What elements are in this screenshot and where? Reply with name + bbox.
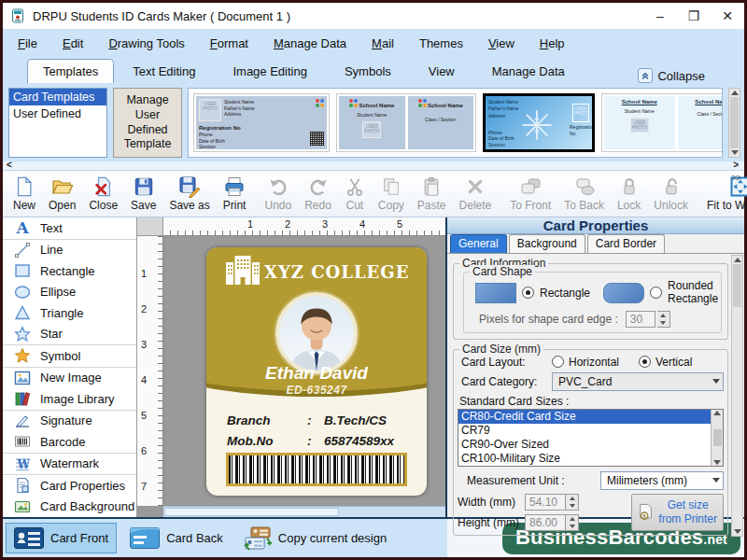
size-option-cr100[interactable]: CR100-Military Size (458, 452, 711, 466)
rounded-rectangle-radio[interactable] (650, 287, 662, 299)
template-thumb-4[interactable]: School Name Student Name USER PHOTO Scho… (601, 93, 723, 152)
tool-card-properties[interactable]: Card Properties (3, 474, 136, 497)
width-spinner[interactable] (566, 494, 579, 511)
tab-background[interactable]: Background (509, 234, 585, 253)
copy-button[interactable]: Copy (372, 174, 411, 214)
sizes-list-scrollbar[interactable] (711, 410, 723, 466)
size-option-cr79[interactable]: CR79 (458, 424, 711, 438)
tool-line[interactable]: Line (3, 239, 136, 261)
canvas-horizontal-scrollbar[interactable] (163, 506, 445, 517)
cut-button[interactable]: Cut (338, 174, 372, 214)
panel-scroll-thumb[interactable] (733, 264, 741, 307)
collapse-button[interactable]: Collapse (638, 68, 705, 83)
copy-current-design-button[interactable]: Copy current design (236, 523, 394, 554)
id-card-design[interactable]: XYZ COLLEGE Ethan David ED- (206, 247, 427, 496)
gallery-vertical-scrollbar[interactable] (728, 88, 740, 158)
open-button[interactable]: Open (42, 174, 82, 214)
undo-button[interactable]: Undo (258, 174, 298, 214)
close-button[interactable]: ✕ (711, 3, 744, 29)
menu-view[interactable]: View (488, 36, 514, 50)
tab-card-border[interactable]: Card Border (587, 234, 665, 253)
new-button[interactable]: New (7, 174, 42, 214)
maximize-button[interactable]: ❐ (677, 3, 711, 29)
scroll-down-icon[interactable] (731, 150, 739, 155)
toolbar-overflow-icon[interactable]: >> (731, 173, 740, 183)
manage-user-defined-template-button[interactable]: Manage User Defined Template (113, 88, 182, 158)
card-branch-row[interactable]: Branch : B.Tech/CS (227, 413, 417, 427)
gallery-scroll-thumb[interactable] (730, 97, 739, 148)
tab-view[interactable]: View (410, 60, 473, 83)
scroll-up-icon[interactable] (713, 411, 721, 415)
rectangle-radio[interactable] (522, 287, 534, 299)
width-input[interactable]: 54.10 (525, 494, 566, 511)
tab-templates[interactable]: Templates (27, 59, 114, 83)
tool-text[interactable]: AText (3, 217, 136, 239)
redo-button[interactable]: Redo (298, 174, 338, 214)
tool-rectangle[interactable]: Rectangle (3, 260, 136, 282)
tab-image-editing[interactable]: Image Editing (214, 60, 326, 83)
tab-manage-data[interactable]: Manage Data (473, 60, 584, 83)
size-option-cr90[interactable]: CR90-Over Sized (458, 438, 711, 452)
pixels-edge-spinner[interactable] (657, 311, 670, 328)
template-thumb-1[interactable]: USER PHOTO Student Name Father's Name Ad… (193, 93, 330, 152)
design-canvas[interactable]: 1 2 3 4 5 1 2 3 4 5 6 7 (137, 217, 445, 517)
template-thumb-2[interactable]: School Name Student Name USER PHOTO Scho… (336, 93, 476, 152)
vertical-radio[interactable] (639, 356, 651, 368)
horizontal-radio[interactable] (552, 356, 564, 368)
panel-scrollbar[interactable] (731, 255, 743, 537)
measurement-unit-dropdown[interactable]: Milimeters (mm) (600, 471, 724, 490)
lock-button[interactable]: Lock (611, 174, 647, 214)
height-input[interactable]: 86.00 (525, 514, 566, 531)
height-spinner[interactable] (566, 514, 579, 531)
minimize-button[interactable]: – (643, 3, 677, 29)
category-user-defined[interactable]: User Defined (9, 105, 106, 122)
tool-barcode[interactable]: Barcode (3, 431, 136, 453)
get-size-from-printer-button[interactable]: Get sizefrom Printer (631, 494, 724, 531)
print-button[interactable]: Print (217, 174, 253, 214)
save-as-button[interactable]: Save as (162, 174, 216, 214)
menu-help[interactable]: Help (540, 36, 565, 50)
card-photo[interactable] (275, 292, 358, 374)
tool-symbol[interactable]: Symbol (3, 344, 136, 367)
card-student-name[interactable]: Ethan David (206, 363, 427, 384)
card-category-dropdown[interactable]: PVC_Card (552, 372, 724, 391)
sizes-scroll-thumb[interactable] (713, 429, 722, 446)
unlock-button[interactable]: Unlock (647, 174, 695, 214)
tool-ellipse[interactable]: Ellipse (3, 282, 136, 303)
canvas-scroll-thumb[interactable] (164, 508, 339, 516)
tool-triangle[interactable]: Triangle (3, 302, 136, 324)
to-back-button[interactable]: To Back (557, 174, 611, 214)
tool-watermark[interactable]: WWatermark (3, 453, 136, 475)
card-back-button[interactable]: Card Back (122, 524, 231, 553)
menu-manage-data[interactable]: Manage Data (274, 36, 346, 50)
menu-drawing-tools[interactable]: Drawing Tools (108, 36, 184, 50)
tab-general[interactable]: General (450, 234, 507, 253)
paste-button[interactable]: Paste (411, 174, 453, 214)
to-front-button[interactable]: To Front (503, 174, 557, 214)
close-button-toolbar[interactable]: Close (82, 174, 124, 214)
card-barcode[interactable] (226, 453, 407, 486)
tool-signature[interactable]: Signature (3, 410, 136, 432)
menu-edit[interactable]: Edit (63, 36, 83, 50)
tab-symbols[interactable]: Symbols (326, 60, 410, 83)
template-thumb-3-selected[interactable]: Student Name Father's Name Address USER … (483, 93, 595, 152)
scroll-up-icon[interactable] (734, 258, 741, 262)
menu-themes[interactable]: Themes (419, 36, 463, 50)
tool-image-library[interactable]: Image Library (3, 388, 136, 410)
pixels-edge-input[interactable]: 30 (626, 311, 655, 328)
tool-card-background[interactable]: Card Background (3, 497, 136, 518)
card-front-button[interactable]: Card Front (6, 523, 117, 553)
card-mobile-row[interactable]: Mob.No : 65874589xx (227, 434, 417, 448)
scroll-down-icon[interactable] (734, 529, 741, 534)
gallery-scroll-right-icon[interactable]: > (733, 160, 739, 170)
tool-star[interactable]: Star (3, 324, 136, 345)
canvas-workspace[interactable]: XYZ COLLEGE Ethan David ED- (163, 236, 445, 506)
menu-format[interactable]: Format (210, 36, 248, 50)
category-card-templates[interactable]: Card Templates (9, 89, 106, 105)
scroll-down-icon[interactable] (713, 460, 721, 465)
scroll-up-icon[interactable] (731, 91, 739, 95)
gallery-scroll-left-icon[interactable]: < (7, 160, 12, 170)
delete-button[interactable]: Delete (453, 174, 499, 214)
tool-new-image[interactable]: New Image (3, 367, 136, 389)
size-option-cr80[interactable]: CR80-Credit Card Size (458, 410, 711, 424)
